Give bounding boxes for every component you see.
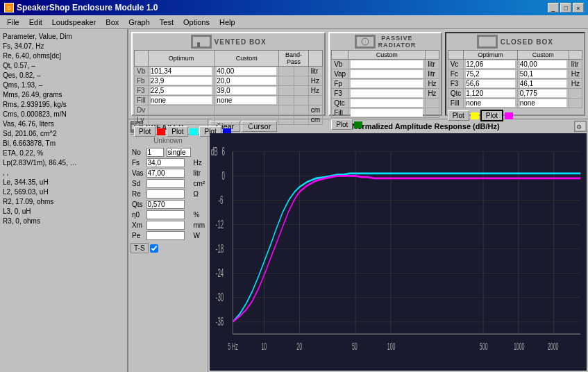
- passive-f3[interactable]: [351, 90, 423, 97]
- ts-button[interactable]: T-S: [131, 243, 149, 253]
- speaker-table: No Fs Hz Vas litr: [131, 147, 206, 241]
- passive-plot-color: [354, 121, 362, 128]
- speaker-eff-unit: %: [192, 210, 207, 220]
- sidebar-line: L2, 569.03, uH: [3, 187, 124, 197]
- svg-text:-6: -6: [218, 194, 223, 207]
- svg-text:-36: -36: [216, 316, 224, 328]
- menu-test[interactable]: Test: [156, 17, 178, 27]
- closed-fill-custom[interactable]: [520, 99, 566, 107]
- svg-text:50: 50: [352, 341, 358, 352]
- vented-fill-custom[interactable]: [217, 96, 276, 104]
- closed-plot-custom-color: [505, 112, 513, 119]
- vented-fill-optimum[interactable]: [151, 96, 212, 104]
- passive-vb[interactable]: [351, 60, 423, 68]
- sidebar-line: Rms, 2.939195, kg/s: [3, 100, 124, 110]
- sidebar-line: Qt, 0.57, –: [3, 61, 124, 71]
- speaker-fs-unit: Hz: [192, 158, 207, 168]
- speaker-sd-input[interactable]: [146, 179, 185, 188]
- closed-fill-optimum[interactable]: [466, 99, 515, 107]
- menu-options[interactable]: Options: [179, 17, 214, 27]
- vented-box-header: VENTED BOX: [134, 35, 323, 49]
- closed-plot-optimum-color: [471, 112, 479, 119]
- sidebar-line: Mms, 26.49, grams: [3, 90, 124, 100]
- main-container: Parameter, Value, Dim Fs, 34.07, Hz Re, …: [0, 29, 588, 372]
- speaker-pe-input[interactable]: [146, 231, 185, 240]
- sidebar-line: ETA, 0.22, %: [3, 149, 124, 158]
- speaker-xm-input[interactable]: [146, 221, 185, 230]
- speaker-vas-unit: litr: [192, 168, 207, 178]
- svg-text:10: 10: [261, 341, 267, 352]
- sidebar: Parameter, Value, Dim Fs, 34.07, Hz Re, …: [0, 29, 128, 372]
- sidebar-line: Lp(2.83V/1m), 86.45, …: [3, 158, 124, 168]
- passive-qtc[interactable]: [351, 99, 423, 107]
- speaker-no-type[interactable]: [167, 148, 191, 157]
- menu-help[interactable]: Help: [215, 17, 240, 27]
- vented-plot-custom-button[interactable]: Plot: [167, 126, 188, 137]
- closed-qtc-custom[interactable]: [520, 90, 566, 97]
- sidebar-line: Cms, 0.000823, m/N: [3, 110, 124, 119]
- vented-vb-optimum[interactable]: [151, 67, 212, 75]
- vented-f3-custom[interactable]: [217, 87, 276, 94]
- vented-fb-optimum[interactable]: [151, 77, 212, 85]
- closed-vc-optimum[interactable]: [466, 60, 515, 68]
- menu-graph[interactable]: Graph: [124, 17, 154, 27]
- speaker-sd-unit: cm²: [192, 178, 207, 189]
- closed-f3-custom[interactable]: [520, 80, 566, 87]
- svg-text:-24: -24: [216, 267, 224, 280]
- speaker-qts-label: Qts: [131, 199, 145, 210]
- vented-vb-custom[interactable]: [217, 67, 276, 75]
- svg-text:100: 100: [387, 341, 396, 352]
- ts-checkbox[interactable]: [150, 244, 158, 253]
- svg-rect-0: [192, 36, 210, 47]
- passive-plot-button[interactable]: Plot: [331, 119, 353, 130]
- speaker-fs-input[interactable]: [146, 158, 185, 167]
- passive-fill[interactable]: [351, 109, 423, 117]
- vented-plot-optimum-button[interactable]: Plot: [134, 126, 156, 137]
- closed-box-title: CLOSED BOX: [501, 38, 553, 46]
- passive-fp[interactable]: [351, 80, 423, 87]
- closed-vc-custom[interactable]: [520, 60, 566, 68]
- menu-edit[interactable]: Edit: [25, 17, 47, 27]
- graph-options-icon[interactable]: ⚙: [574, 121, 587, 132]
- closed-fc-optimum[interactable]: [466, 70, 515, 78]
- maximize-button[interactable]: □: [560, 3, 571, 12]
- svg-point-3: [362, 38, 369, 45]
- passive-vap[interactable]: [351, 70, 423, 78]
- window-controls[interactable]: _ □ ×: [548, 3, 584, 12]
- menu-file[interactable]: File: [3, 17, 24, 27]
- sidebar-line: L3, 0, uH: [3, 207, 124, 217]
- close-button[interactable]: ×: [573, 3, 584, 12]
- vented-f3-optimum[interactable]: [151, 87, 212, 94]
- speaker-no-input[interactable]: [146, 148, 164, 157]
- speaker-no-label: No: [131, 147, 145, 158]
- sidebar-line: Bl, 6.663878, Tm: [3, 139, 124, 149]
- passive-radiator-panel: PASSIVERADIATOR Custom Vblitr Vaplitr Fp…: [328, 32, 442, 116]
- svg-text:-12: -12: [216, 219, 224, 231]
- closed-qtc-optimum[interactable]: [466, 90, 515, 97]
- closed-fc-custom[interactable]: [520, 70, 566, 78]
- closed-box-icon: [477, 35, 498, 49]
- vented-fb-custom[interactable]: [217, 77, 276, 85]
- speaker-re-input[interactable]: [146, 189, 185, 198]
- minimize-button[interactable]: _: [548, 3, 559, 12]
- speaker-vas-input[interactable]: [146, 169, 185, 178]
- closed-box-panel: CLOSED BOX OptimumCustom Vc litr Fc Hz: [445, 32, 585, 116]
- vented-box-panel: VENTED BOX OptimumCustomBand-Pass Vb lit…: [131, 32, 326, 116]
- menu-loudspeaker[interactable]: Loudspeaker: [48, 17, 101, 27]
- vented-box-table: OptimumCustomBand-Pass Vb litr Fb: [134, 50, 323, 125]
- sidebar-line: Fs, 34.07, Hz: [3, 42, 124, 51]
- vented-plot-custom-color: [190, 128, 198, 135]
- closed-plot-custom-button[interactable]: Plot: [480, 110, 503, 121]
- closed-box-table: OptimumCustom Vc litr Fc Hz F3: [448, 50, 582, 108]
- speaker-qts-input[interactable]: [146, 200, 185, 209]
- svg-rect-2: [356, 36, 374, 47]
- svg-text:6: 6: [222, 146, 225, 158]
- closed-box-header: CLOSED BOX: [448, 35, 582, 49]
- closed-plot-optimum-button[interactable]: Plot: [448, 110, 469, 121]
- svg-text:dB: dB: [211, 146, 218, 158]
- menu-box[interactable]: Box: [101, 17, 123, 27]
- vented-box-title: VENTED BOX: [215, 38, 267, 46]
- closed-f3-optimum[interactable]: [466, 80, 515, 87]
- speaker-eff-input[interactable]: [146, 210, 185, 219]
- graph-canvas: dB 6 0 -6 -12 -18 -24 -30 -36: [210, 133, 587, 371]
